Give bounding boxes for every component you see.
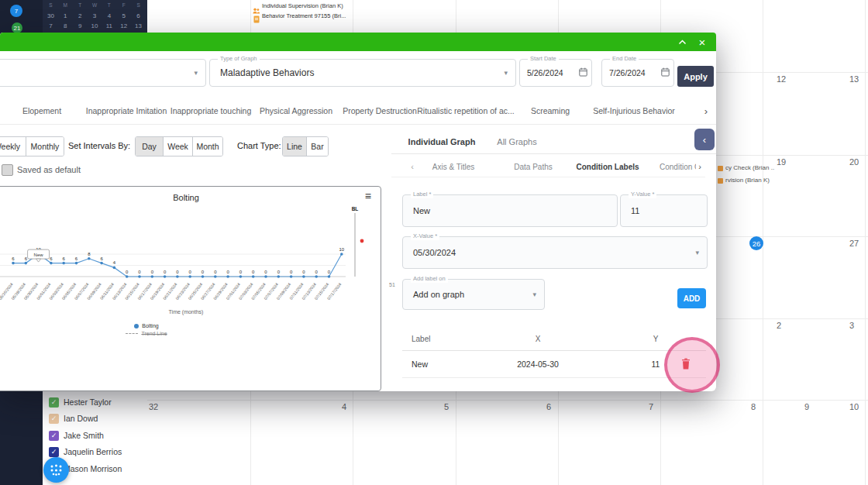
day-number[interactable]: 6 <box>546 402 551 411</box>
selected-day-badge[interactable]: 26 <box>749 236 763 250</box>
legend-item[interactable]: Bolting <box>142 323 158 328</box>
calendar-event[interactable]: cy Check (Brian .. <box>725 164 774 171</box>
legend-item-hidden[interactable]: Trend Line <box>141 331 167 336</box>
mini-day[interactable]: 10 <box>88 21 102 31</box>
mini-day[interactable]: 3 <box>88 11 102 21</box>
interval-week-button[interactable]: Week <box>163 137 192 156</box>
svg-text:0: 0 <box>189 270 192 274</box>
tab-elopement[interactable]: Elopement <box>22 98 61 124</box>
label-input[interactable]: Label * New <box>402 194 618 227</box>
close-button[interactable]: × <box>694 34 710 50</box>
client-checkbox[interactable]: ✓ <box>49 414 59 424</box>
tab-inappropriate-touching[interactable]: Inappropriate touching <box>170 98 252 124</box>
calendar-icon[interactable] <box>661 67 670 78</box>
day-number[interactable]: 5 <box>444 402 449 411</box>
behavior-chart[interactable]: 6610666864000000000000000001005/26/20240… <box>0 202 377 320</box>
interval-day-button[interactable]: Day <box>136 137 163 156</box>
mini-weekday: T <box>73 1 88 11</box>
svg-text:0: 0 <box>226 270 229 274</box>
calendar-event[interactable]: Individual Supervision (Brian K) <box>262 2 353 9</box>
apply-button[interactable]: Apply <box>677 66 714 87</box>
svg-text:0: 0 <box>151 270 154 274</box>
day-number[interactable]: 4 <box>342 402 346 411</box>
messenger-button[interactable] <box>43 457 69 483</box>
mini-day[interactable]: 5 <box>116 11 131 21</box>
monthly-button[interactable]: Monthly <box>26 137 64 156</box>
notification-badge[interactable]: 21 <box>12 22 22 33</box>
day-number[interactable]: 13 <box>849 74 859 84</box>
tab-ritualistic-repetition[interactable]: Ritualistic repetition of ac... <box>417 98 514 124</box>
week-number: 32 <box>149 402 158 411</box>
mini-day[interactable]: 30 <box>43 11 58 21</box>
day-number[interactable]: 19 <box>777 157 786 167</box>
client-checkbox[interactable]: ✓ <box>49 431 59 441</box>
day-number[interactable]: 20 <box>849 157 859 167</box>
interval-month-button[interactable]: Month <box>192 137 222 156</box>
mini-day[interactable]: 13 <box>131 21 146 31</box>
chart-type-toggle: Line Bar <box>282 136 329 157</box>
minimize-button[interactable] <box>674 34 690 50</box>
day-number[interactable]: 10 <box>849 402 859 411</box>
graph-tab-bar: Individual Graph All Graphs <box>391 130 716 154</box>
client-row[interactable]: ✓ Hester Taylor <box>49 396 112 408</box>
add-button[interactable]: ADD <box>677 288 706 308</box>
add-label-on-select[interactable]: Add label on Add on graph ▾ <box>402 279 545 310</box>
calendar-event[interactable]: rvision (Brian K) <box>725 177 770 184</box>
mini-day[interactable]: 9 <box>73 21 88 31</box>
weekly-button[interactable]: Weekly <box>0 137 26 156</box>
chevron-right-icon[interactable]: › <box>696 157 701 177</box>
chevron-left-icon[interactable]: ‹ <box>411 157 414 177</box>
client-checkbox[interactable]: ✓ <box>49 447 59 457</box>
day-number[interactable]: 3 <box>849 321 854 330</box>
chart-title: Bolting <box>0 193 381 202</box>
field-value: 11 <box>631 195 639 226</box>
tab-self-injurious-behavior[interactable]: Self-Injurious Behavior <box>593 98 675 124</box>
mini-calendar[interactable]: SMTWTFS3012345678910111213 <box>43 1 146 33</box>
day-number[interactable]: 8 <box>751 402 756 411</box>
client-row[interactable]: ✓ Jaquelin Berrios <box>49 445 122 458</box>
tab-all-graphs[interactable]: All Graphs <box>497 130 536 153</box>
collapse-panel-button[interactable]: ‹ <box>694 129 715 150</box>
calendar-icon[interactable] <box>579 67 587 78</box>
mini-day[interactable]: 4 <box>102 11 116 21</box>
subtab-data-paths[interactable]: Data Paths <box>514 157 552 177</box>
tab-individual-graph[interactable]: Individual Graph <box>408 130 476 153</box>
day-number[interactable]: 2 <box>777 321 781 330</box>
tab-inappropriate-imitation[interactable]: Inappropriate Imitation <box>86 98 167 124</box>
mini-day[interactable]: 11 <box>102 21 116 31</box>
saved-default-checkbox[interactable] <box>2 164 13 176</box>
start-date-field[interactable]: Start Date 5/26/2024 <box>519 59 592 87</box>
day-number[interactable]: 12 <box>777 74 786 84</box>
y-value-input[interactable]: Y-Value * 11 <box>620 194 708 227</box>
chevron-right-icon[interactable]: › <box>704 98 708 124</box>
day-number[interactable]: 9 <box>804 402 809 411</box>
client-checkbox[interactable]: ✓ <box>49 397 59 408</box>
mini-day[interactable]: 2 <box>73 11 88 21</box>
subtab-condition-labels[interactable]: Condition Labels <box>576 157 639 177</box>
graph-type-select[interactable]: Type of Graph Maladaptive Behaviors ▾ <box>209 59 516 87</box>
calendar-event[interactable]: Behavior Treatment 97155 (Bri... <box>262 12 353 19</box>
row-x-value: 2024-05-30 <box>517 351 559 377</box>
notification-badge[interactable]: 7 <box>10 5 22 17</box>
day-number[interactable]: 27 <box>849 239 859 248</box>
client-name: Jake Smith <box>64 431 104 440</box>
mini-day[interactable]: 8 <box>58 21 73 31</box>
chart-menu-icon[interactable]: ≡ <box>365 190 371 202</box>
mini-day[interactable]: 12 <box>116 21 131 31</box>
tab-property-destruction[interactable]: Property Destruction <box>343 98 417 124</box>
client-row[interactable]: ✓ Ian Dowd <box>49 412 98 425</box>
chart-type-line-button[interactable]: Line <box>283 137 306 156</box>
day-number[interactable]: 7 <box>649 402 653 411</box>
subtab-condition-changes[interactable]: Condition C <box>660 157 700 177</box>
subtab-axis-titles[interactable]: Axis & Titles <box>432 157 474 177</box>
mini-day[interactable]: 7 <box>43 21 58 31</box>
tab-physical-aggression[interactable]: Physical Aggression <box>260 98 332 124</box>
end-date-field[interactable]: End Date 7/26/2024 <box>601 59 674 87</box>
x-value-select[interactable]: X-Value * 05/30/2024 ▾ <box>402 236 708 269</box>
client-select[interactable]: ▾ <box>0 59 206 87</box>
tab-screaming[interactable]: Screaming <box>531 98 570 124</box>
client-row[interactable]: ✓ Jake Smith <box>49 429 104 442</box>
chart-type-bar-button[interactable]: Bar <box>306 137 328 156</box>
mini-day[interactable]: 1 <box>58 11 73 21</box>
mini-day[interactable]: 6 <box>131 11 146 21</box>
